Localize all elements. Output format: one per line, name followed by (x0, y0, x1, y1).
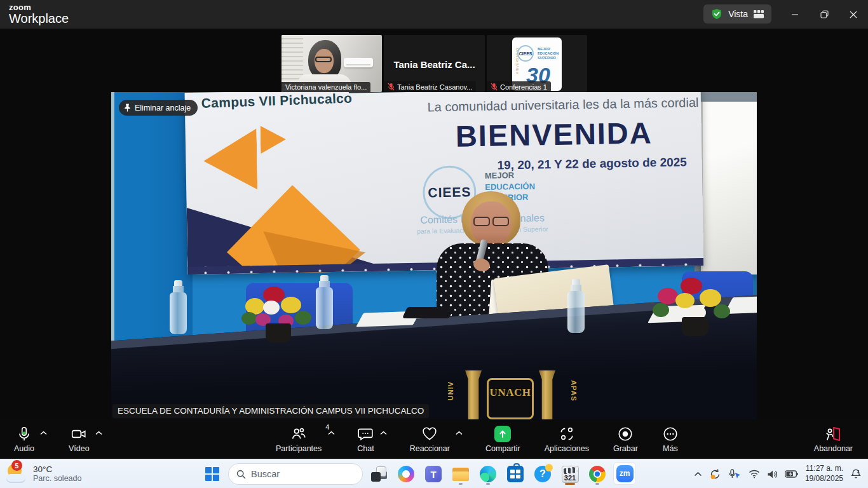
remove-pin-button[interactable]: Eliminar anclaje (119, 100, 198, 116)
cropped-text-fragment (349, 92, 482, 93)
banner-orange-shape (203, 128, 258, 190)
mic-icon (16, 426, 32, 442)
more-icon (662, 426, 679, 442)
notification-badge: 5 (11, 460, 22, 471)
air-conditioner (344, 58, 373, 67)
task-view-button[interactable] (367, 463, 390, 485)
chrome-icon (589, 466, 606, 482)
teams-icon: T (425, 466, 442, 482)
participants-count: 4 (325, 423, 329, 431)
weather-condition: Parc. soleado (33, 474, 81, 483)
clock[interactable]: 11:27 a. m. 19/08/2025 (805, 464, 843, 484)
view-button-label: Vista (728, 9, 748, 19)
microsoft-store-button[interactable] (504, 463, 527, 485)
chat-label: Chat (357, 444, 374, 453)
start-button[interactable] (201, 463, 224, 485)
teams-button[interactable]: T (422, 463, 445, 485)
minimize-button[interactable] (780, 0, 810, 29)
windows-taskbar: 5 30°C Parc. soleado T (0, 459, 868, 488)
chat-button[interactable]: Chat (353, 423, 377, 456)
notification-bell-dnd-icon[interactable]: z (850, 468, 862, 480)
zoom-logo-text: zoom (9, 3, 69, 12)
copilot-button[interactable] (395, 463, 417, 485)
media-player-classic-button[interactable]: 321 (559, 463, 581, 485)
zoom-toolbar: Audio Vídeo (0, 419, 868, 459)
video-label: Vídeo (69, 444, 90, 453)
running-indicator (459, 483, 463, 485)
leave-door-icon (824, 426, 842, 442)
zoom-app-icon: zm (616, 465, 634, 482)
unach-shield: UNACH (487, 378, 534, 419)
zoom-app-button[interactable]: zm (613, 463, 636, 485)
view-button[interactable]: Vista (703, 4, 771, 24)
security-shield-icon (711, 8, 722, 20)
react-options-caret[interactable] (454, 427, 465, 440)
participant-name-label: Victoriana valenzuela flo... (281, 82, 370, 92)
more-label: Más (663, 444, 678, 453)
wifi-icon[interactable] (749, 470, 760, 478)
react-button[interactable]: Reaccionar (406, 423, 454, 456)
video-button[interactable]: Vídeo (65, 423, 93, 456)
taskbar-search[interactable] (228, 463, 363, 485)
file-explorer-icon (452, 468, 469, 481)
zoom-workplace-logo: zoom Workplace (9, 3, 69, 25)
clock-time: 11:27 a. m. (805, 464, 843, 474)
unach-logo: UNIV UNACH APAS (432, 370, 588, 419)
running-indicator (486, 483, 490, 485)
participants-button[interactable]: 4 Participantes (272, 423, 325, 456)
banner-orange-shape (260, 125, 286, 154)
participant-display-name: Tania Beatriz Ca... (384, 59, 485, 70)
camera-icon (71, 426, 87, 442)
restore-button[interactable] (810, 0, 839, 29)
participant-tile-conferencias[interactable]: ANIVERSARIO CIEES MEJOR EDUCACIÓN SUPERI… (487, 35, 587, 92)
welcome-banner: Campus VII Pichucalco La comunidad unive… (185, 92, 704, 274)
active-app-tile: zm (613, 462, 636, 485)
leave-button[interactable]: Abandonar (810, 423, 857, 456)
update-pending-icon[interactable] (709, 468, 721, 480)
mic-location-in-use-icon[interactable] (728, 469, 742, 479)
more-button[interactable]: Más (658, 423, 682, 456)
record-button[interactable]: Grabar (609, 423, 642, 456)
window-titlebar: zoom Workplace Vista (0, 0, 868, 29)
file-explorer-button[interactable] (449, 463, 472, 485)
chat-icon (357, 426, 374, 442)
participants-icon (290, 426, 307, 442)
ciees-ring-logo: CIEES (517, 45, 534, 62)
share-screen-icon (494, 426, 511, 442)
speaker-glasses (473, 217, 509, 226)
participant-tile-tania[interactable]: Tania Beatriz Ca... Tania Beatriz Casano… (384, 35, 485, 92)
muted-mic-icon (388, 83, 395, 91)
record-icon (617, 426, 634, 442)
copilot-icon (398, 466, 414, 482)
audio-button[interactable]: Audio (10, 423, 38, 456)
weather-widget[interactable]: 5 30°C Parc. soleado (6, 463, 81, 484)
share-label: Compartir (485, 444, 520, 453)
search-icon (236, 470, 246, 479)
svg-text:z: z (857, 469, 860, 473)
apps-button[interactable]: Aplicaciones (541, 423, 593, 456)
audio-label: Audio (14, 444, 34, 453)
close-button[interactable] (839, 0, 868, 29)
search-input[interactable] (251, 469, 370, 479)
chrome-button[interactable] (586, 463, 609, 485)
tray-chevron-icon[interactable] (694, 471, 702, 477)
participants-label: Participantes (276, 444, 322, 453)
banner-title: BIENVENIDA (395, 114, 703, 155)
chat-options-caret[interactable] (378, 427, 390, 440)
edge-button[interactable] (477, 463, 499, 485)
participant-tile-victoriana[interactable]: Victoriana valenzuela flo... (281, 35, 382, 92)
grid-view-icon (754, 10, 764, 18)
meeting-stage: Victoriana valenzuela flo... Tania Beatr… (0, 29, 868, 419)
audio-options-caret[interactable] (38, 427, 50, 440)
get-help-button[interactable]: ? (531, 463, 554, 485)
microsoft-store-icon (507, 466, 524, 482)
share-button[interactable]: Compartir (482, 423, 524, 456)
battery-icon[interactable] (785, 470, 798, 478)
participant-name-label: Tania Beatriz Casanov... (384, 81, 476, 92)
projection-screen (701, 102, 757, 274)
main-speaker-video[interactable]: Campus VII Pichucalco La comunidad unive… (111, 92, 757, 419)
volume-icon[interactable] (767, 470, 778, 479)
running-indicator (595, 483, 599, 485)
video-options-caret[interactable] (93, 427, 105, 440)
flower-bouquet (653, 278, 732, 338)
